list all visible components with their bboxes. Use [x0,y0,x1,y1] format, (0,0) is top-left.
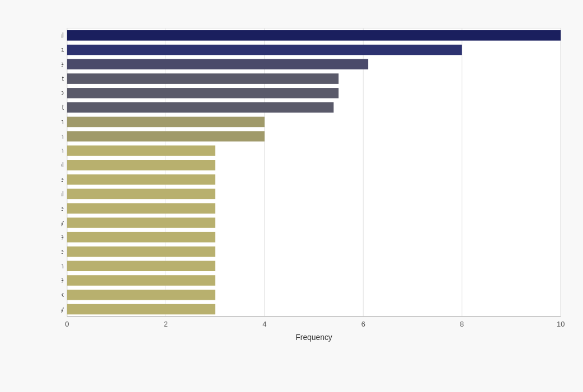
svg-rect-50 [67,290,215,300]
svg-rect-18 [67,59,368,70]
svg-text:australian: australian [62,147,64,154]
svg-text:content: content [62,103,64,111]
svg-rect-52 [67,304,215,315]
svg-text:4: 4 [262,320,266,328]
svg-text:freedom: freedom [62,262,64,270]
svg-rect-24 [67,102,333,113]
svg-text:control: control [62,161,64,169]
svg-text:Frequency: Frequency [295,333,332,342]
svg-rect-48 [67,275,215,286]
svg-text:government: government [62,75,64,83]
svg-text:8: 8 [460,320,464,328]
svg-rect-22 [67,88,338,98]
svg-rect-36 [67,189,215,200]
svg-text:privacy: privacy [62,219,64,226]
svg-text:physical: physical [62,190,64,198]
svg-rect-32 [67,160,215,171]
chart-container: 0246810Frequencydigitalaustraliaonlinego… [0,0,583,392]
svg-text:million: million [62,118,64,126]
svg-text:2: 2 [164,320,168,328]
svg-rect-34 [67,174,215,185]
svg-text:censorship: censorship [62,89,64,97]
svg-rect-20 [67,73,338,84]
svg-rect-40 [67,218,215,228]
svg-rect-44 [67,247,215,257]
svg-text:esafety: esafety [62,305,64,313]
svg-rect-30 [67,145,215,156]
svg-text:6: 6 [361,320,365,328]
svg-text:people: people [62,233,64,241]
svg-text:digital: digital [62,31,64,39]
svg-rect-26 [67,117,265,127]
svg-text:0: 0 [65,320,69,328]
svg-text:vote: vote [62,176,64,183]
svg-rect-42 [67,232,215,243]
svg-text:live: live [62,248,64,256]
svg-text:bank: bank [62,291,64,299]
svg-rect-16 [67,45,462,55]
chart-area: 0246810Frequencydigitalaustraliaonlinego… [62,21,572,346]
svg-rect-46 [67,261,215,271]
svg-text:knowledge: knowledge [62,276,64,284]
svg-rect-38 [67,203,215,214]
svg-text:human: human [62,133,64,140]
svg-rect-0 [67,28,561,316]
svg-text:australia: australia [62,46,64,54]
svg-rect-28 [67,131,265,141]
chart-svg: 0246810Frequencydigitalaustraliaonlinego… [62,21,572,346]
svg-text:scheme: scheme [62,205,64,212]
svg-rect-14 [67,30,561,41]
svg-text:10: 10 [557,320,565,328]
svg-text:online: online [62,60,64,68]
